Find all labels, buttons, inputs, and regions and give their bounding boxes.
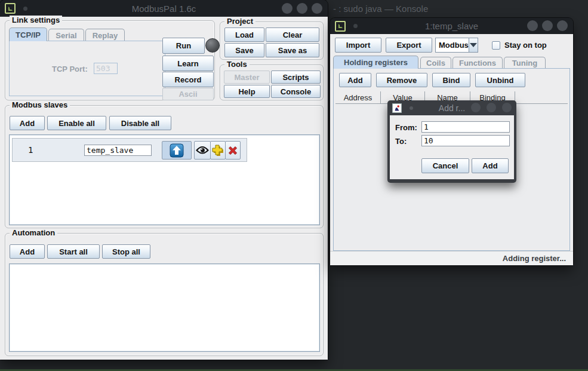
modbus-combo[interactable]: Modbus <box>435 38 478 53</box>
up-arrow-icon <box>170 143 184 158</box>
automation-add-button[interactable]: Add <box>10 244 45 259</box>
slave-id: 1 <box>28 145 33 155</box>
cancel-button[interactable]: Cancel <box>421 158 469 173</box>
learn-button[interactable]: Learn <box>162 56 214 71</box>
maximize-button[interactable] <box>297 3 307 14</box>
app-icon <box>335 21 346 32</box>
eye-icon <box>196 146 209 155</box>
slave-list: 1 <box>9 134 320 225</box>
x-icon <box>227 145 239 157</box>
stop-all-button[interactable]: Stop all <box>102 244 150 259</box>
close-button[interactable] <box>312 3 322 14</box>
minimize-button[interactable] <box>527 20 538 31</box>
app-icon <box>5 3 16 14</box>
chevron-down-icon <box>470 43 477 47</box>
register-bind-button[interactable]: Bind <box>432 73 470 87</box>
tab-serial[interactable]: Serial <box>48 29 84 41</box>
modbus-slaves-group: Modbus slaves Add Enable all Disable all… <box>5 105 324 228</box>
stay-on-top-checkbox[interactable] <box>492 41 500 50</box>
slave-duplicate-button[interactable] <box>210 141 226 160</box>
desktop: - : sudo java — Konsole ModbusPal 1.6c L… <box>0 0 588 371</box>
konsole-window-title: - : sudo java — Konsole <box>333 4 428 14</box>
clear-button[interactable]: Clear <box>266 27 319 42</box>
slave-delete-button[interactable] <box>225 141 241 160</box>
titlebar-dot <box>23 7 27 11</box>
modbuspal-titlebar[interactable]: ModbusPal 1.6c <box>0 0 328 17</box>
tab-tuning[interactable]: Tuning <box>504 57 546 69</box>
run-button[interactable]: Run <box>162 38 205 54</box>
stay-on-top-label: Stay on top <box>504 41 547 50</box>
save-as-button[interactable]: Save as <box>266 43 319 57</box>
scripts-button[interactable]: Scripts <box>271 70 321 84</box>
to-label: To: <box>395 137 407 146</box>
automation-list <box>9 263 320 352</box>
dialog-add-button[interactable]: Add <box>472 158 509 173</box>
close-button[interactable] <box>502 103 512 112</box>
record-button[interactable]: Record <box>162 72 214 87</box>
modbuspal-content: Link settings TCP/IP Serial Replay TCP P… <box>0 17 328 360</box>
load-button[interactable]: Load <box>224 27 264 42</box>
minimize-button[interactable] <box>282 3 293 14</box>
status-bar: Adding register... <box>330 251 573 265</box>
tab-tcpip[interactable]: TCP/IP <box>9 27 47 41</box>
to-field[interactable] <box>421 135 510 146</box>
link-settings-group: Link settings TCP/IP Serial Replay TCP P… <box>5 20 215 100</box>
project-group: Project Load Clear Save Save as <box>220 22 324 60</box>
ascii-button: Ascii <box>162 88 214 100</box>
master-button: Master <box>224 70 270 84</box>
slave-add-button[interactable]: Add <box>10 116 45 130</box>
combo-value: Modbus <box>436 38 469 52</box>
plus-icon <box>211 144 224 157</box>
register-remove-button[interactable]: Remove <box>376 73 427 87</box>
slave-enable-toggle[interactable] <box>162 141 192 160</box>
temp-slave-titlebar[interactable]: 1:temp_slave <box>330 18 573 34</box>
tcp-port-label: TCP Port: <box>52 65 88 73</box>
project-title: Project <box>224 17 255 26</box>
start-all-button[interactable]: Start all <box>47 244 100 259</box>
slave-row: 1 <box>12 138 247 162</box>
header-empty <box>515 91 568 103</box>
tcp-port-field <box>94 63 118 74</box>
run-led-indicator <box>205 38 220 53</box>
tab-holding-registers[interactable]: Holding registers <box>333 56 418 69</box>
modbuspal-window: ModbusPal 1.6c Link settings TCP/IP Seri… <box>0 0 328 360</box>
enable-all-button[interactable]: Enable all <box>47 116 106 130</box>
maximize-button[interactable] <box>487 103 496 112</box>
add-register-dialog: Add r... From: To: Cancel Add <box>387 100 516 183</box>
console-button[interactable]: Console <box>271 85 321 98</box>
tab-replay[interactable]: Replay <box>85 29 125 41</box>
tab-coils[interactable]: Coils <box>420 57 451 69</box>
header-address: Address <box>335 91 381 103</box>
disable-all-button[interactable]: Disable all <box>109 116 171 130</box>
slave-show-button[interactable] <box>194 141 211 160</box>
status-text: Adding register... <box>503 254 566 263</box>
dialog-body: From: To: Cancel Add <box>390 115 514 179</box>
automation-title: Automation <box>10 228 57 237</box>
tools-title: Tools <box>224 60 250 69</box>
modbus-slaves-title: Modbus slaves <box>10 100 70 109</box>
save-button[interactable]: Save <box>224 43 264 57</box>
titlebar-dot <box>353 24 358 28</box>
from-field[interactable] <box>421 121 510 133</box>
automation-group: Automation Add Start all Stop all <box>5 233 324 356</box>
minimize-button[interactable] <box>471 103 481 112</box>
register-add-button[interactable]: Add <box>339 73 371 87</box>
close-button[interactable] <box>557 20 568 31</box>
from-label: From: <box>395 123 417 132</box>
import-button[interactable]: Import <box>335 38 381 53</box>
dialog-titlebar[interactable]: Add r... <box>387 100 516 115</box>
export-button[interactable]: Export <box>386 38 432 53</box>
register-unbind-button[interactable]: Unbind <box>475 73 525 87</box>
tab-functions[interactable]: Functions <box>452 57 503 69</box>
link-settings-title: Link settings <box>10 16 62 24</box>
help-button[interactable]: Help <box>224 85 270 98</box>
maximize-button[interactable] <box>542 20 553 31</box>
slave-name-field[interactable] <box>84 145 152 156</box>
tools-group: Tools Master Scripts Help Console <box>220 65 324 100</box>
window-title: ModbusPal 1.6c <box>0 4 328 14</box>
combo-arrow-button[interactable] <box>469 38 478 52</box>
